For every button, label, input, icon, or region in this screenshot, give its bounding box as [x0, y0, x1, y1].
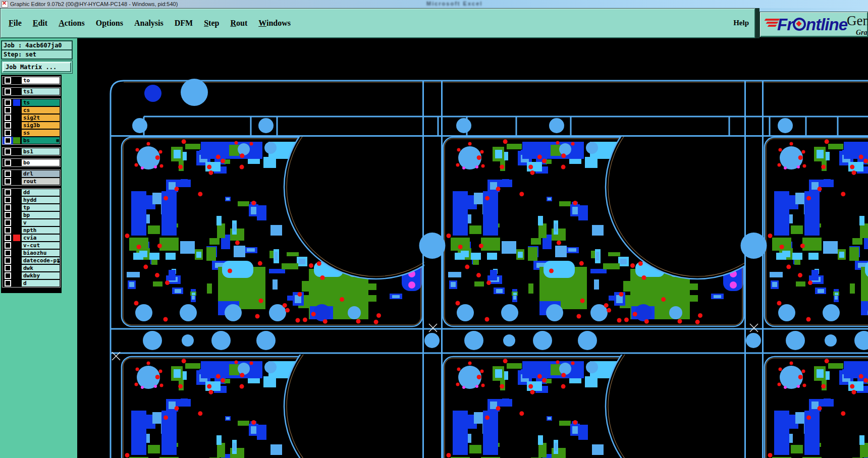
- layer-display-checkbox[interactable]: [3, 159, 13, 166]
- layer-name-npth[interactable]: npth: [21, 226, 60, 234]
- layer-name-datecode-pt[interactable]: datecode-pt●: [21, 257, 60, 264]
- layer-row-v[interactable]: v: [3, 219, 60, 226]
- layer-display-checkbox[interactable]: [3, 148, 13, 155]
- layer-row-drl[interactable]: drl: [3, 170, 60, 178]
- layer-name-dwk[interactable]: dwk: [21, 264, 60, 272]
- menu-item-file[interactable]: File: [9, 19, 22, 28]
- layer-display-checkbox[interactable]: [3, 129, 13, 137]
- layer-row-ts1[interactable]: ts1: [3, 88, 60, 95]
- layer-color-swatch[interactable]: [13, 249, 21, 257]
- layer-row-dwk[interactable]: dwk: [3, 264, 60, 272]
- layer-row-ts[interactable]: ts: [3, 99, 60, 106]
- layer-row-sig3b[interactable]: sig3b: [3, 122, 60, 129]
- layer-row-dd[interactable]: dd: [3, 189, 60, 196]
- layer-name-v[interactable]: v: [21, 219, 60, 226]
- layer-name-to[interactable]: to: [21, 77, 60, 84]
- menu-item-edit[interactable]: Edit: [33, 19, 47, 28]
- layer-display-checkbox[interactable]: [3, 88, 13, 95]
- layer-display-checkbox[interactable]: [3, 249, 13, 257]
- layer-color-swatch[interactable]: [13, 122, 21, 129]
- layer-name-biaozhu[interactable]: biaozhu: [21, 249, 60, 257]
- layer-name-bo[interactable]: bo: [21, 159, 60, 166]
- layer-color-swatch[interactable]: [13, 88, 21, 95]
- layer-display-checkbox[interactable]: [3, 219, 13, 226]
- layer-color-swatch[interactable]: [13, 178, 21, 185]
- layer-row-ss[interactable]: ss: [3, 129, 60, 137]
- layer-color-swatch[interactable]: [13, 204, 21, 211]
- layer-name-ts1[interactable]: ts1: [21, 88, 60, 95]
- layer-color-swatch[interactable]: [13, 129, 21, 137]
- layer-display-checkbox[interactable]: [3, 234, 13, 242]
- layer-name-sig2t[interactable]: sig2t: [21, 114, 60, 122]
- layer-color-swatch[interactable]: [13, 159, 21, 166]
- layer-color-swatch[interactable]: [13, 106, 21, 114]
- menu-item-dfm[interactable]: DFM: [175, 19, 193, 28]
- layer-display-checkbox[interactable]: [3, 77, 13, 84]
- layer-name-ss[interactable]: ss: [21, 129, 60, 137]
- layer-row-bs1[interactable]: bs1: [3, 148, 60, 155]
- layer-name-tp[interactable]: tp: [21, 204, 60, 211]
- layer-color-swatch[interactable]: [13, 189, 21, 196]
- layer-display-checkbox[interactable]: [3, 211, 13, 219]
- layer-name-bs[interactable]: bs▦: [21, 137, 60, 144]
- layer-display-checkbox[interactable]: [3, 257, 13, 264]
- layer-color-swatch[interactable]: [13, 211, 21, 219]
- layer-color-swatch[interactable]: [13, 257, 21, 264]
- layer-name-dd[interactable]: dd: [21, 189, 60, 196]
- layer-display-checkbox[interactable]: [3, 204, 13, 211]
- layer-row-dwkby[interactable]: dwkby: [3, 272, 60, 279]
- layer-name-drl[interactable]: drl: [21, 170, 60, 178]
- layer-row-d[interactable]: d: [3, 279, 60, 287]
- layer-display-checkbox[interactable]: [3, 114, 13, 122]
- layer-row-tp[interactable]: tp: [3, 204, 60, 211]
- menu-item-actions[interactable]: Actions: [59, 19, 85, 28]
- layer-name-bs1[interactable]: bs1: [21, 148, 60, 155]
- layer-name-v-cut[interactable]: v-cut: [21, 242, 60, 249]
- pcb-canvas[interactable]: [77, 38, 868, 458]
- layer-display-checkbox[interactable]: [3, 242, 13, 249]
- layer-color-swatch[interactable]: [13, 279, 21, 287]
- menu-item-step[interactable]: Step: [204, 19, 219, 28]
- layer-color-swatch[interactable]: [13, 114, 21, 122]
- layer-color-swatch[interactable]: [13, 219, 21, 226]
- layer-row-v-cut[interactable]: v-cut: [3, 242, 60, 249]
- layer-name-dwkby[interactable]: dwkby: [21, 272, 60, 279]
- layer-color-swatch[interactable]: [13, 170, 21, 178]
- layer-display-checkbox[interactable]: [3, 99, 13, 106]
- layer-name-sig3b[interactable]: sig3b: [21, 122, 60, 129]
- layer-row-bs[interactable]: bs▦: [3, 137, 60, 144]
- layer-display-checkbox[interactable]: [3, 106, 13, 114]
- layer-display-checkbox[interactable]: [3, 272, 13, 279]
- layer-row-biaozhu[interactable]: biaozhu: [3, 249, 60, 257]
- menu-item-windows[interactable]: Windows: [258, 19, 291, 28]
- layer-row-bp[interactable]: bp: [3, 211, 60, 219]
- layer-display-checkbox[interactable]: [3, 137, 13, 144]
- layer-row-sig2t[interactable]: sig2t: [3, 114, 60, 122]
- layer-display-checkbox[interactable]: [3, 178, 13, 185]
- layer-color-swatch[interactable]: [13, 137, 21, 144]
- layer-color-swatch[interactable]: [13, 272, 21, 279]
- layer-row-to[interactable]: to: [3, 77, 60, 84]
- layer-color-swatch[interactable]: [13, 234, 21, 242]
- layer-row-rout[interactable]: rout: [3, 178, 60, 185]
- layer-name-cs[interactable]: cs: [21, 106, 60, 114]
- layer-row-bo[interactable]: bo: [3, 159, 60, 166]
- menu-item-help[interactable]: Help: [733, 19, 749, 27]
- layer-display-checkbox[interactable]: [3, 189, 13, 196]
- layer-color-swatch[interactable]: [13, 196, 21, 204]
- layer-name-d[interactable]: d: [21, 279, 60, 287]
- menu-item-options[interactable]: Options: [96, 19, 123, 28]
- layer-name-hydd[interactable]: hydd: [21, 196, 60, 204]
- menu-item-analysis[interactable]: Analysis: [134, 19, 164, 28]
- layer-row-cvia[interactable]: cvia: [3, 234, 60, 242]
- layer-row-datecode-pt[interactable]: datecode-pt●: [3, 257, 60, 264]
- menu-item-rout[interactable]: Rout: [230, 19, 247, 28]
- job-matrix-button[interactable]: Job Matrix ...: [3, 62, 71, 72]
- layer-name-bp[interactable]: bp: [21, 211, 60, 219]
- layer-color-swatch[interactable]: [13, 242, 21, 249]
- layer-name-ts[interactable]: ts: [21, 99, 60, 106]
- layer-row-hydd[interactable]: hydd: [3, 196, 60, 204]
- layer-row-npth[interactable]: npth: [3, 226, 60, 234]
- layer-display-checkbox[interactable]: [3, 264, 13, 272]
- layer-display-checkbox[interactable]: [3, 122, 13, 129]
